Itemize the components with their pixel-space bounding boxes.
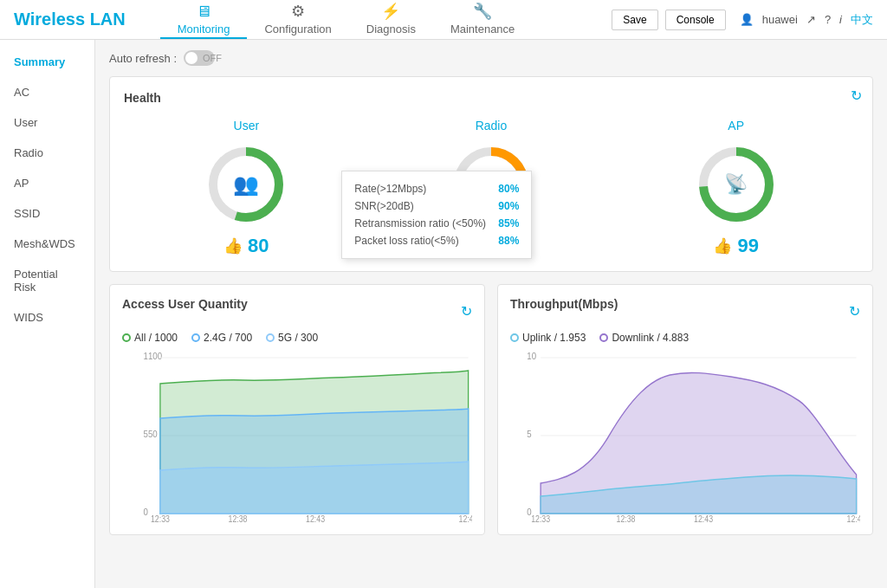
tab-monitoring[interactable]: 🖥 Monitoring [160, 0, 248, 39]
legend-dot-2g [191, 333, 200, 342]
legend-all-label: All / 1000 [134, 332, 178, 344]
throughput-svg: 10 5 0 12:33 12:38 1 [510, 349, 860, 522]
svg-text:12:38: 12:38 [617, 514, 636, 522]
legend-uplink-label: Uplink / 1.953 [522, 332, 586, 344]
legend-2g: 2.4G / 700 [191, 332, 252, 344]
toggle-state-label: OFF [203, 53, 222, 63]
export-icon[interactable]: ↗ [806, 13, 816, 26]
maintenance-icon: 🔧 [473, 2, 492, 21]
header-icons: 👤 huawei ↗ ? i 中文 [740, 12, 873, 28]
tooltip-val-snr: 90% [498, 200, 519, 212]
access-user-title: Access User Quantity [122, 297, 248, 311]
sidebar-item-radio[interactable]: Radio [0, 138, 94, 168]
sidebar-item-user[interactable]: User [0, 107, 94, 138]
auto-refresh-label: Auto refresh : [109, 52, 177, 65]
tab-maintenance[interactable]: 🔧 Maintenance [433, 0, 532, 39]
svg-text:0: 0 [144, 507, 149, 517]
configuration-icon: ⚙ [291, 2, 305, 21]
tab-configuration-label: Configuration [264, 23, 331, 36]
metric-user: User 👥 👍 80 R [203, 119, 289, 257]
access-user-chart-card: Access User Quantity ↻ All / 1000 2.4G /… [109, 284, 485, 535]
auto-refresh-toggle[interactable]: OFF [184, 50, 215, 66]
ap-thumb-icon: 👍 [713, 236, 732, 255]
throughput-legend: Uplink / 1.953 Downlink / 4.883 [510, 332, 860, 344]
throughput-chart-card: Throughput(Mbps) ↻ Uplink / 1.953 Downli… [497, 284, 873, 535]
radio-metric-label: Radio [476, 119, 508, 132]
legend-5g: 5G / 300 [266, 332, 318, 344]
sidebar: Summary AC User Radio AP SSID Mesh&WDS P… [0, 40, 95, 588]
ap-donut-icon: 📡 [724, 173, 748, 196]
tooltip-val-packet: 88% [498, 235, 519, 247]
user-donut: 👥 [203, 141, 289, 228]
legend-dot-downlink [599, 333, 608, 342]
tab-configuration[interactable]: ⚙ Configuration [247, 0, 348, 39]
main-content: Auto refresh : OFF Health ↻ User [95, 40, 887, 588]
svg-text:5: 5 [527, 429, 532, 439]
ap-metric-label: AP [728, 119, 744, 132]
username: huawei [762, 13, 798, 26]
header: Wireless LAN 🖥 Monitoring ⚙ Configuratio… [0, 0, 887, 40]
info-icon[interactable]: i [839, 13, 842, 26]
user-donut-icon: 👥 [233, 172, 259, 197]
tooltip-val-retrans: 85% [498, 217, 519, 229]
legend-uplink: Uplink / 1.953 [510, 332, 586, 344]
help-icon[interactable]: ? [825, 13, 831, 26]
auto-refresh-bar: Auto refresh : OFF [109, 50, 873, 66]
sidebar-item-summary[interactable]: Summary [0, 47, 94, 77]
legend-dot-5g [266, 333, 275, 342]
lang-button[interactable]: 中文 [851, 12, 873, 28]
tooltip-row-snr: SNR(>20dB) 90% [354, 197, 519, 215]
sidebar-item-risk[interactable]: Potential Risk [0, 259, 94, 302]
tooltip-key-rate: Rate(>12Mbps) [354, 183, 426, 195]
save-button[interactable]: Save [612, 10, 657, 30]
throughput-refresh-icon[interactable]: ↻ [849, 303, 860, 320]
ap-score: 👍 99 [713, 235, 758, 257]
legend-downlink-label: Downlink / 4.883 [612, 332, 689, 344]
tooltip-row-rate: Rate(>12Mbps) 80% [354, 180, 519, 197]
throughput-title: Throughput(Mbps) [510, 297, 618, 311]
sidebar-item-ac[interactable]: AC [0, 77, 94, 107]
charts-row: Access User Quantity ↻ All / 1000 2.4G /… [109, 284, 873, 535]
user-metric-label: User [234, 119, 260, 132]
svg-text:1100: 1100 [144, 351, 163, 361]
user-icon: 👤 [740, 13, 754, 26]
svg-text:12:38: 12:38 [229, 514, 248, 522]
tab-monitoring-label: Monitoring [178, 23, 230, 36]
legend-all: All / 1000 [122, 332, 178, 344]
tooltip-row-packet: Packet loss ratio(<5%) 88% [354, 232, 519, 249]
legend-downlink: Downlink / 4.883 [599, 332, 689, 344]
ap-donut: 📡 [693, 141, 780, 228]
throughput-chart-svg-wrapper: 10 5 0 12:33 12:38 1 [510, 349, 860, 522]
health-card: Health ↻ User 👥 👍 80 [109, 76, 873, 272]
access-user-refresh-icon[interactable]: ↻ [461, 303, 472, 320]
user-thumb-icon: 👍 [223, 236, 243, 255]
sidebar-item-wids[interactable]: WIDS [0, 302, 94, 333]
logo-wireless: Wireless [14, 10, 85, 29]
tooltip-val-rate: 80% [498, 183, 519, 195]
health-refresh-icon[interactable]: ↻ [851, 87, 862, 104]
tab-diagnosis-label: Diagnosis [366, 23, 416, 36]
sidebar-item-ssid[interactable]: SSID [0, 198, 94, 229]
health-title: Health [124, 91, 858, 105]
svg-text:12:48: 12:48 [459, 514, 472, 522]
console-button[interactable]: Console [665, 10, 726, 30]
layout: Summary AC User Radio AP SSID Mesh&WDS P… [0, 40, 887, 588]
sidebar-item-mesh[interactable]: Mesh&WDS [0, 229, 94, 259]
svg-text:550: 550 [144, 429, 158, 439]
user-score-value: 80 [248, 235, 269, 257]
tooltip-key-packet: Packet loss ratio(<5%) [354, 235, 458, 247]
sidebar-item-ap[interactable]: AP [0, 168, 94, 198]
metric-ap: AP 📡 👍 99 [693, 119, 780, 257]
toggle-knob [185, 52, 197, 64]
svg-text:12:43: 12:43 [306, 514, 325, 522]
logo-lan: LAN [90, 10, 126, 29]
logo: Wireless LAN [14, 10, 126, 29]
svg-text:12:33: 12:33 [151, 514, 170, 522]
svg-text:12:48: 12:48 [847, 514, 860, 522]
tooltip-key-retrans: Retransmission ratio (<50%) [354, 217, 486, 229]
tab-diagnosis[interactable]: ⚡ Diagnosis [349, 0, 433, 39]
tooltip-key-snr: SNR(>20dB) [354, 200, 413, 212]
legend-dot-all [122, 333, 131, 342]
area-5g [160, 462, 469, 514]
tooltip-row-retrans: Retransmission ratio (<50%) 85% [354, 215, 519, 232]
